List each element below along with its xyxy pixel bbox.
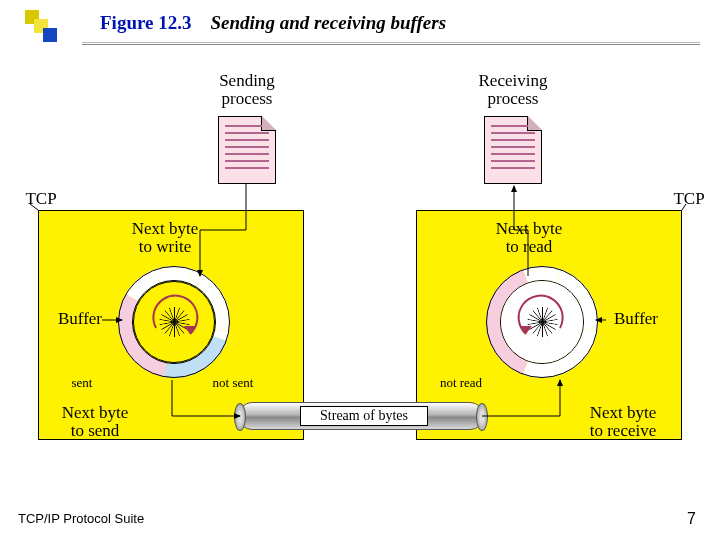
- slide-title: Figure 12.3 Sending and receiving buffer…: [100, 12, 446, 34]
- figure-number: Figure 12.3: [100, 12, 191, 33]
- figure-caption: Sending and receiving buffers: [210, 12, 446, 33]
- svg-line-13: [682, 204, 686, 210]
- footer-source: TCP/IP Protocol Suite: [18, 511, 144, 526]
- svg-line-12: [30, 204, 38, 210]
- connector-arrows: [30, 80, 690, 460]
- diagram-canvas: Sending process Receiving process TCP TC…: [30, 80, 690, 460]
- title-underline: [82, 42, 700, 44]
- page-number: 7: [687, 510, 696, 528]
